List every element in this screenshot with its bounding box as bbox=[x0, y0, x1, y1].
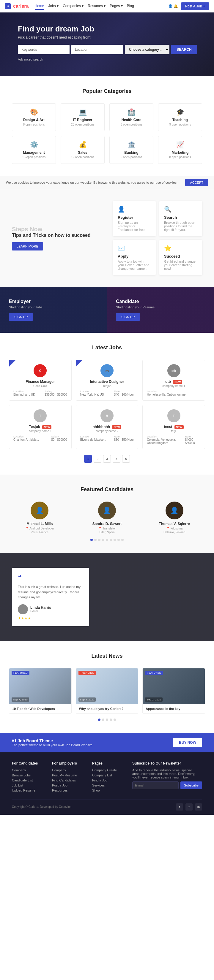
category-banking[interactable]: 🏦 Banking 6 open positions bbox=[109, 136, 153, 164]
footer-link-company1[interactable]: Company bbox=[12, 768, 46, 772]
dot-4[interactable] bbox=[102, 539, 104, 541]
nav-resumes[interactable]: Resumes ▾ bbox=[88, 3, 105, 10]
footer-link-companycreate[interactable]: Company Create bbox=[92, 768, 126, 772]
footer-link-companylist[interactable]: Company List bbox=[92, 773, 126, 777]
page-btn-1[interactable]: 1 bbox=[84, 455, 92, 463]
twitter-icon[interactable]: t bbox=[185, 803, 193, 811]
nav-pages[interactable]: Pages ▾ bbox=[110, 3, 123, 10]
footer-link-postmyresume[interactable]: Post My Resume bbox=[52, 773, 86, 777]
news-dot-3[interactable] bbox=[106, 719, 108, 721]
candidate-thomas[interactable]: 👤 Thomas V. Sqierre 📍 Filosoma Helsinki,… bbox=[144, 501, 205, 534]
advanced-search-link[interactable]: Advanced search bbox=[18, 57, 43, 61]
category-sales[interactable]: 💰 Sales 12 open positions bbox=[61, 136, 105, 164]
candidate-michael-name: Michael L. Mills bbox=[9, 522, 70, 526]
nav-jobs[interactable]: Jobs ▾ bbox=[48, 3, 59, 10]
cookie-banner: We use cookies to improve your experienc… bbox=[0, 176, 214, 189]
apply-icon: ✉️ bbox=[118, 245, 151, 252]
job-card-teest[interactable]: T teest NEW tefjlj Location Colombia, Ve… bbox=[142, 405, 205, 449]
keyword-input[interactable] bbox=[18, 45, 70, 54]
step-search: 🔍 Search Browse through open positions t… bbox=[159, 201, 202, 236]
buy-now-button[interactable]: BUY NOW bbox=[173, 738, 202, 747]
footer-grid: For Candidates Company Browse Jobs Candi… bbox=[12, 761, 202, 794]
footer-pages-links: Company Create Company List Find a Job S… bbox=[92, 768, 126, 792]
job-card-dtb[interactable]: dtb dtb NEW company name 1 Location Home… bbox=[142, 360, 205, 401]
location-input[interactable] bbox=[71, 45, 123, 54]
search-button[interactable]: SEARCH bbox=[171, 45, 197, 54]
nav-links: Home Jobs ▾ Companies ▾ Resumes ▾ Pages … bbox=[35, 3, 168, 10]
nav-companies[interactable]: Companies ▾ bbox=[63, 3, 83, 10]
accept-cookies-button[interactable]: ACCEPT bbox=[185, 179, 208, 186]
category-it[interactable]: 💻 IT Engineer 23 open positions bbox=[61, 103, 105, 131]
news-body-2: Why should you try Cariera? bbox=[76, 704, 138, 713]
testimonial-card: ❝ This is such a great website. I upload… bbox=[12, 568, 89, 626]
footer-link-joblist[interactable]: Job List bbox=[12, 784, 46, 787]
footer-link-services[interactable]: Services bbox=[92, 784, 126, 787]
footer-link-uploadresume[interactable]: Upload Resume bbox=[12, 789, 46, 792]
news-title-2: Why should you try Cariera? bbox=[79, 707, 135, 711]
it-icon: 💻 bbox=[66, 108, 99, 116]
job-card-hhhh[interactable]: H hhhhhhhh NEW company name 2 Location B… bbox=[76, 405, 139, 449]
news-dot-2[interactable] bbox=[102, 719, 104, 721]
latest-jobs-section: Latest Jobs C Finance Manager Coca Cola … bbox=[0, 333, 214, 474]
news-card-2[interactable]: TRENDING Sep 3, 2020 Why should you try … bbox=[76, 668, 139, 714]
page-btn-2[interactable]: 2 bbox=[94, 455, 101, 463]
newsletter-email-input[interactable] bbox=[132, 781, 179, 789]
page-btn-5[interactable]: 5 bbox=[122, 455, 130, 463]
footer-link-browsejobs[interactable]: Browse Jobs bbox=[12, 773, 46, 777]
page-btn-3[interactable]: 3 bbox=[103, 455, 111, 463]
employer-signup-button[interactable]: SIGN UP bbox=[9, 313, 33, 321]
dot-5[interactable] bbox=[106, 539, 108, 541]
logo[interactable]: C cariera bbox=[5, 3, 29, 9]
news-card-1[interactable]: FEATURED Sep 7, 2020 10 Tips for Web Dev… bbox=[9, 668, 72, 714]
footer-employers: For Employers Company Post My Resume Fin… bbox=[52, 761, 86, 794]
news-dot-5[interactable] bbox=[113, 719, 116, 721]
candidate-sandra[interactable]: 👤 Sandra D. Sawert 📍 Translator Biter, S… bbox=[77, 501, 138, 534]
footer-link-resources[interactable]: Resources bbox=[52, 789, 86, 792]
footer-link-postajob[interactable]: Post a Job bbox=[52, 784, 86, 787]
dot-7[interactable] bbox=[113, 539, 116, 541]
featured-corner-1 bbox=[9, 360, 16, 366]
category-teaching[interactable]: 🎓 Teaching 9 open positions bbox=[158, 103, 202, 131]
news-card-3[interactable]: FEATURED Sep 1, 2020 Appearance is the k… bbox=[142, 668, 205, 714]
steps-right: 👤 Register Sign up as an Employer or Fre… bbox=[113, 201, 202, 275]
dot-3[interactable] bbox=[98, 539, 101, 541]
linkedin-icon[interactable]: in bbox=[195, 803, 202, 811]
candidate-signup-button[interactable]: SIGN UP bbox=[116, 313, 140, 321]
category-design[interactable]: 🎨 Design & Art 8 open positions bbox=[12, 103, 56, 131]
candidate-michael[interactable]: 👤 Michael L. Mills 📍 Android Developer P… bbox=[9, 501, 70, 534]
category-management[interactable]: ⚙️ Management 13 open positions bbox=[12, 136, 56, 164]
dot-8[interactable] bbox=[117, 539, 120, 541]
facebook-icon[interactable]: f bbox=[176, 803, 183, 811]
news-dot-1[interactable] bbox=[98, 719, 101, 721]
category-health[interactable]: 🏥 Health Care 5 open positions bbox=[109, 103, 153, 131]
dot-1[interactable] bbox=[90, 539, 93, 541]
category-marketing[interactable]: 📈 Marketing 8 open positions bbox=[158, 136, 202, 164]
logo-icon: C bbox=[5, 3, 11, 9]
nav-blog[interactable]: Blog bbox=[127, 3, 134, 10]
subscribe-button[interactable]: Subscribe bbox=[180, 781, 202, 789]
footer-link-shop[interactable]: Shop bbox=[92, 789, 126, 792]
category-select[interactable]: Choose a category... bbox=[125, 45, 169, 54]
page-btn-4[interactable]: 4 bbox=[113, 455, 120, 463]
dot-6[interactable] bbox=[110, 539, 112, 541]
teaching-icon: 🎓 bbox=[163, 108, 197, 116]
job-card-tesjob[interactable]: T Tesjob NEW company name 1 Location Cha… bbox=[9, 405, 72, 449]
news-dot-4[interactable] bbox=[110, 719, 112, 721]
dot-9[interactable] bbox=[121, 539, 124, 541]
footer-link-findcandidates[interactable]: Find Candidates bbox=[52, 778, 86, 782]
job-card-finance[interactable]: C Finance Manager Coca Cola Location Bir… bbox=[9, 360, 72, 401]
job-logo-hhhh: H bbox=[101, 409, 113, 422]
categories-title: Popular Categories bbox=[12, 88, 202, 94]
candidate-sandra-role: 📍 Translator bbox=[77, 527, 138, 530]
new-badge-hhhh: NEW bbox=[112, 425, 121, 429]
job-card-interactive[interactable]: 🎮 Interactive Designer Teajob Location N… bbox=[76, 360, 139, 401]
avatar-michael: 👤 bbox=[30, 501, 48, 519]
footer-link-candidatelist[interactable]: Candidate List bbox=[12, 778, 46, 782]
learn-more-button[interactable]: LEARN MORE bbox=[12, 242, 43, 250]
footer-link-company2[interactable]: Company bbox=[52, 768, 86, 772]
nav-home[interactable]: Home bbox=[35, 3, 44, 10]
post-job-button[interactable]: Post A Job + bbox=[181, 2, 209, 10]
footer-link-findajob[interactable]: Find a Job bbox=[92, 778, 126, 782]
footer-pages: Pages Company Create Company List Find a… bbox=[92, 761, 126, 794]
dot-2[interactable] bbox=[94, 539, 97, 541]
